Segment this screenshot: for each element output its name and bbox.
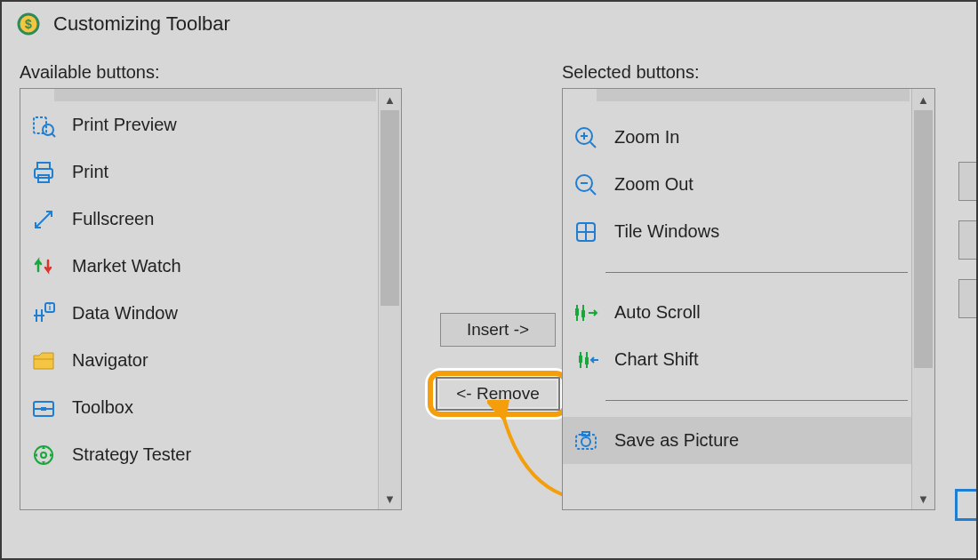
cropped-button[interactable] xyxy=(958,220,976,260)
transfer-buttons: Insert -> <- Remove xyxy=(427,313,569,420)
zoom-out-icon xyxy=(572,171,600,199)
available-label: Available buttons: xyxy=(20,62,402,83)
market-watch-icon xyxy=(29,252,58,281)
list-item-label: Auto Scroll xyxy=(614,302,701,323)
save-picture-icon xyxy=(572,427,600,455)
svg-line-4 xyxy=(52,133,55,137)
auto-scroll-icon xyxy=(572,299,600,327)
top-band xyxy=(597,89,910,101)
svg-line-8 xyxy=(36,212,52,228)
dialog-content: Available buttons: Print Preview Print xyxy=(2,46,976,544)
titlebar: $ Customizing Toolbar xyxy=(2,2,976,46)
separator-line xyxy=(605,400,908,401)
list-item[interactable]: Zoom Out xyxy=(563,161,911,208)
list-item-label: Navigator xyxy=(72,350,148,371)
svg-line-21 xyxy=(590,142,596,148)
svg-rect-31 xyxy=(575,308,579,316)
list-item-label: Print xyxy=(72,162,108,182)
strategy-tester-icon xyxy=(29,441,58,469)
svg-line-25 xyxy=(590,189,596,195)
cropped-button[interactable] xyxy=(958,279,976,318)
list-item[interactable]: Toolbox xyxy=(20,384,378,431)
list-item[interactable]: Strategy Tester xyxy=(20,431,378,478)
scrollbar[interactable]: ▲ ▼ xyxy=(911,89,934,509)
scrollbar[interactable]: ▲ ▼ xyxy=(378,89,401,509)
chart-shift-icon xyxy=(572,346,600,374)
print-preview-icon xyxy=(29,111,58,140)
selected-list: Zoom In Zoom Out Tile Windows xyxy=(563,89,911,509)
svg-rect-37 xyxy=(585,357,589,364)
toolbox-icon xyxy=(29,394,58,422)
svg-text:i: i xyxy=(49,303,52,312)
separator-item[interactable] xyxy=(563,255,911,289)
list-item-label: Print Preview xyxy=(72,115,177,135)
list-item[interactable]: Print xyxy=(20,148,378,196)
scroll-track[interactable] xyxy=(379,110,401,488)
list-item[interactable]: Auto Scroll xyxy=(563,289,911,336)
scroll-up-icon[interactable]: ▲ xyxy=(379,89,401,110)
tile-windows-icon xyxy=(572,218,600,246)
list-item-label: Toolbox xyxy=(72,397,133,418)
list-item[interactable]: Market Watch xyxy=(20,243,378,290)
list-item[interactable]: Navigator xyxy=(20,337,378,384)
svg-rect-17 xyxy=(41,407,46,411)
list-item-label: Strategy Tester xyxy=(72,444,191,465)
list-item-label: Zoom In xyxy=(614,127,679,148)
list-item[interactable]: Tile Windows xyxy=(563,208,911,255)
separator-item[interactable] xyxy=(563,383,911,417)
list-item-label: Market Watch xyxy=(72,256,181,276)
svg-rect-33 xyxy=(581,310,585,317)
svg-rect-35 xyxy=(579,356,582,363)
cropped-side-buttons xyxy=(958,162,976,318)
top-band xyxy=(54,89,376,101)
scroll-thumb[interactable] xyxy=(914,110,933,368)
fullscreen-icon xyxy=(29,205,58,234)
selected-listbox[interactable]: Zoom In Zoom Out Tile Windows xyxy=(562,88,935,510)
navigator-icon xyxy=(29,347,58,375)
app-icon: $ xyxy=(14,10,43,38)
scroll-track[interactable] xyxy=(912,110,934,488)
list-item[interactable]: Zoom In xyxy=(563,114,911,161)
selected-panel: Selected buttons: Zoom In Zoom Out xyxy=(562,62,935,544)
svg-point-19 xyxy=(41,452,46,458)
scroll-down-icon[interactable]: ▼ xyxy=(912,488,934,509)
list-item[interactable]: Fullscreen xyxy=(20,196,378,243)
available-panel: Available buttons: Print Preview Print xyxy=(20,62,402,544)
separator-line xyxy=(605,272,908,273)
data-window-icon: i xyxy=(29,300,58,328)
scroll-up-icon[interactable]: ▲ xyxy=(912,89,934,110)
scroll-down-icon[interactable]: ▼ xyxy=(379,488,401,509)
list-item[interactable]: Chart Shift xyxy=(563,336,911,383)
list-item-label: Data Window xyxy=(72,303,178,324)
list-item-label: Tile Windows xyxy=(614,221,719,242)
list-item-label: Fullscreen xyxy=(72,209,154,229)
remove-button[interactable]: <- Remove xyxy=(436,377,560,411)
print-icon xyxy=(29,158,58,187)
cropped-blue-highlight xyxy=(955,489,976,521)
list-item-label: Save as Picture xyxy=(614,430,739,451)
remove-button-highlight: <- Remove xyxy=(425,368,571,420)
zoom-in-icon xyxy=(572,124,600,152)
insert-button[interactable]: Insert -> xyxy=(440,313,556,347)
list-item[interactable]: Save as Picture xyxy=(563,417,911,464)
svg-point-40 xyxy=(581,437,590,446)
available-listbox[interactable]: Print Preview Print Fullscreen xyxy=(20,88,402,510)
list-item[interactable]: i Data Window xyxy=(20,290,378,337)
available-list: Print Preview Print Fullscreen xyxy=(20,89,378,509)
svg-rect-5 xyxy=(37,163,50,169)
window-title: Customizing Toolbar xyxy=(53,12,230,36)
svg-text:$: $ xyxy=(25,17,32,31)
cropped-button[interactable] xyxy=(958,162,976,201)
selected-label: Selected buttons: xyxy=(562,62,935,83)
scroll-thumb[interactable] xyxy=(381,110,399,306)
list-item-label: Chart Shift xyxy=(614,349,698,370)
list-item[interactable]: Print Preview xyxy=(20,101,378,148)
list-item-label: Zoom Out xyxy=(614,174,693,195)
